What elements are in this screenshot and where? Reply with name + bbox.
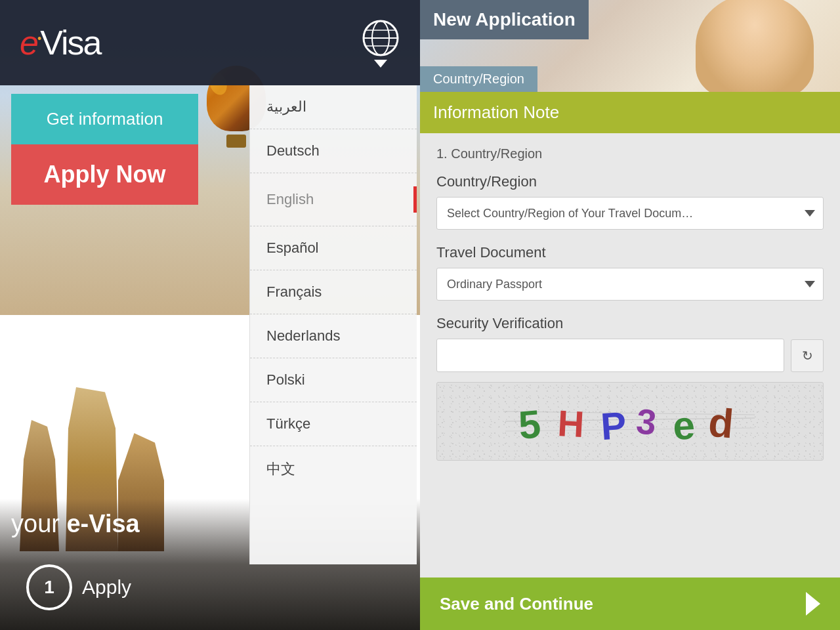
info-note-label: Information Note — [433, 102, 827, 123]
header-bar: e•Visa — [0, 0, 420, 85]
lang-item-nederlands[interactable]: Nederlands — [250, 314, 417, 358]
svg-text:e: e — [672, 403, 696, 448]
travel-doc-field-wrapper: Travel Document Ordinary Passport — [436, 244, 824, 301]
save-continue-label: Save and Continue — [440, 594, 593, 614]
lang-item-chinese[interactable]: 中文 — [250, 446, 417, 492]
security-field-wrapper: Security Verification ↻ 5 H — [436, 315, 824, 461]
breadcrumb: Country/Region — [420, 66, 537, 92]
country-field-label: Country/Region — [436, 173, 824, 190]
svg-text:H: H — [556, 402, 585, 445]
travel-doc-select[interactable]: Ordinary Passport — [437, 268, 823, 300]
form-area: 1. Country/Region Country/Region Select … — [420, 133, 840, 578]
svg-text:5: 5 — [517, 402, 543, 448]
photo-header-area: New Application Country/Region — [420, 0, 840, 92]
lang-item-turkce[interactable]: Türkçe — [250, 402, 417, 446]
breadcrumb-text: Country/Region — [433, 72, 524, 87]
lang-item-polski[interactable]: Polski — [250, 358, 417, 402]
balloon-basket — [226, 135, 246, 148]
country-select[interactable]: Select Country/Region of Your Travel Doc… — [437, 198, 823, 229]
tagline: your e-Visa — [11, 510, 140, 538]
new-application-title: New Application — [433, 9, 576, 30]
logo: e•Visa — [20, 23, 100, 62]
svg-text:P: P — [599, 404, 627, 448]
language-selector[interactable] — [361, 18, 400, 68]
new-application-header: New Application — [420, 0, 589, 39]
step-number: 1 — [26, 564, 72, 610]
info-note-bar: Information Note — [420, 92, 840, 133]
chevron-right-icon — [806, 592, 820, 616]
security-label: Security Verification — [436, 315, 824, 332]
language-menu: العربية Deutsch English Español Français… — [249, 85, 417, 564]
refresh-icon: ↻ — [802, 348, 813, 364]
step-indicator: 1 Apply — [26, 564, 131, 610]
captcha-text-svg: 5 H P 3 e d — [505, 392, 755, 451]
travel-doc-label: Travel Document — [436, 244, 824, 261]
get-information-button[interactable]: Get information — [11, 94, 198, 144]
captcha-image: 5 H P 3 e d — [436, 382, 824, 461]
travel-doc-select-wrapper[interactable]: Ordinary Passport — [436, 268, 824, 301]
person-photo — [696, 0, 814, 92]
lang-item-espanol[interactable]: Español — [250, 226, 417, 270]
dropdown-arrow-icon — [374, 60, 387, 68]
lang-item-english[interactable]: English — [250, 173, 417, 226]
lang-item-deutsch[interactable]: Deutsch — [250, 129, 417, 173]
country-field-wrapper: Country/Region Select Country/Region of … — [436, 173, 824, 230]
svg-text:d: d — [707, 400, 736, 447]
left-panel: e•Visa Get information Apply Now your e-… — [0, 0, 420, 630]
security-row: ↻ — [436, 339, 824, 372]
lang-item-francais[interactable]: Français — [250, 270, 417, 314]
right-panel: New Application Country/Region Informati… — [420, 0, 840, 630]
svg-text:3: 3 — [635, 401, 658, 442]
save-continue-button[interactable]: Save and Continue — [420, 578, 840, 630]
step-label: Apply — [82, 576, 131, 598]
refresh-captcha-button[interactable]: ↻ — [791, 339, 824, 372]
active-indicator — [413, 186, 417, 213]
country-select-wrapper[interactable]: Select Country/Region of Your Travel Doc… — [436, 197, 824, 230]
lang-item-arabic[interactable]: العربية — [250, 85, 417, 129]
apply-now-button[interactable]: Apply Now — [11, 144, 198, 205]
globe-icon — [361, 18, 400, 58]
section-label: 1. Country/Region — [436, 146, 824, 161]
security-input[interactable] — [436, 339, 784, 372]
